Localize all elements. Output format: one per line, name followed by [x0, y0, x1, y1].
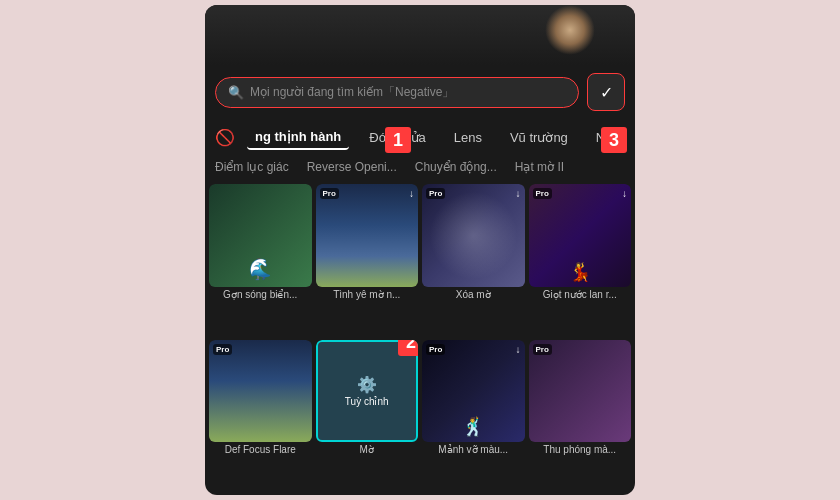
label-tinh-yeu: Tình yê mờ n...: [316, 289, 419, 300]
search-placeholder: Mọi người đang tìm kiếm「Negative」: [250, 84, 566, 101]
label-thu-phong: Thu phóng mà...: [529, 444, 632, 455]
sub-categories-row: Điểm lục giác Reverse Openi... Chuyển độ…: [205, 156, 635, 180]
subcat-1[interactable]: Reverse Openi...: [307, 160, 397, 174]
label-giot-nuoc: Giọt nước lan r...: [529, 289, 632, 300]
thumb-thu-phong: Pro: [529, 340, 632, 443]
confirm-button[interactable]: ✓: [587, 73, 625, 111]
thumb-manh-vo: Pro ↓ 🕺: [422, 340, 525, 443]
category-lens[interactable]: Lens: [446, 126, 490, 149]
label-def-focus: Def Focus Flare: [209, 444, 312, 455]
search-bar-row: 🔍 Mọi người đang tìm kiếm「Negative」 ✓ 1 …: [205, 65, 635, 119]
search-box[interactable]: 🔍 Mọi người đang tìm kiếm「Negative」: [215, 77, 579, 108]
sliders-icon: ⚙️: [357, 375, 377, 394]
label-xoa-mo: Xóa mờ: [422, 289, 525, 300]
download-icon-manh-vo: ↓: [516, 344, 521, 355]
effect-thu-phong[interactable]: Pro Thu phóng mà...: [529, 340, 632, 492]
pro-badge-thu-phong: Pro: [533, 344, 552, 355]
step-badge-2: 2: [398, 340, 418, 356]
pro-badge-xoa-mo: Pro: [426, 188, 445, 199]
search-icon: 🔍: [228, 85, 244, 100]
thumb-def-focus: Pro: [209, 340, 312, 443]
tuy-chinh-label: Tuỳ chỉnh: [345, 396, 389, 407]
pro-badge-manh-vo: Pro: [426, 344, 445, 355]
download-icon-giot-nuoc: ↓: [622, 188, 627, 199]
label-mo: Mờ: [316, 444, 419, 455]
effect-gon-song[interactable]: 🚶 Gợn sóng biển...: [209, 184, 312, 336]
step-badge-3: 3: [601, 127, 627, 153]
download-icon-tinh-yeu: ↓: [409, 188, 414, 199]
effect-mo[interactable]: ⚙️ Tuỳ chỉnh Mờ 2: [316, 340, 419, 492]
subcat-2[interactable]: Chuyển động...: [415, 160, 497, 174]
effect-tinh-yeu[interactable]: Pro ↓ Tình yê mờ n...: [316, 184, 419, 336]
label-manh-vo: Mảnh vỡ màu...: [422, 444, 525, 455]
thumb-giot-nuoc: Pro ↓ 💃: [529, 184, 632, 287]
pro-badge-def-focus: Pro: [213, 344, 232, 355]
thumb-tinh-yeu: Pro ↓: [316, 184, 419, 287]
top-preview: [205, 5, 635, 65]
download-icon-xoa-mo: ↓: [516, 188, 521, 199]
pro-badge-giot-nuoc: Pro: [533, 188, 552, 199]
ban-icon: 🚫: [215, 128, 235, 147]
subcat-3[interactable]: Hạt mờ II: [515, 160, 564, 174]
thumb-xoa-mo: Pro ↓: [422, 184, 525, 287]
tuy-chinh-overlay: ⚙️ Tuỳ chỉnh: [318, 342, 417, 441]
effect-def-focus[interactable]: Pro Def Focus Flare: [209, 340, 312, 492]
category-trending[interactable]: ng thịnh hành: [247, 125, 349, 150]
effect-xoa-mo[interactable]: Pro ↓ Xóa mờ: [422, 184, 525, 336]
thumb-gon-song: 🚶: [209, 184, 312, 287]
categories-row: 🚫 ng thịnh hành Đóng cửa Lens Vũ trường …: [205, 119, 635, 156]
app-container: 🔍 Mọi người đang tìm kiếm「Negative」 ✓ 1 …: [205, 5, 635, 495]
checkmark-icon: ✓: [600, 83, 613, 102]
subcat-0[interactable]: Điểm lục giác: [215, 160, 289, 174]
pro-badge-tinh-yeu: Pro: [320, 188, 339, 199]
effect-giot-nuoc[interactable]: Pro ↓ 💃 Giọt nước lan r...: [529, 184, 632, 336]
effect-manh-vo[interactable]: Pro ↓ 🕺 Mảnh vỡ màu...: [422, 340, 525, 492]
category-ballroom[interactable]: Vũ trường: [502, 126, 576, 149]
step-badge-1: 1: [385, 127, 411, 153]
effects-grid: 🚶 Gợn sóng biển... Pro ↓ Tình yê mờ n...…: [205, 180, 635, 495]
label-gon-song: Gợn sóng biển...: [209, 289, 312, 300]
